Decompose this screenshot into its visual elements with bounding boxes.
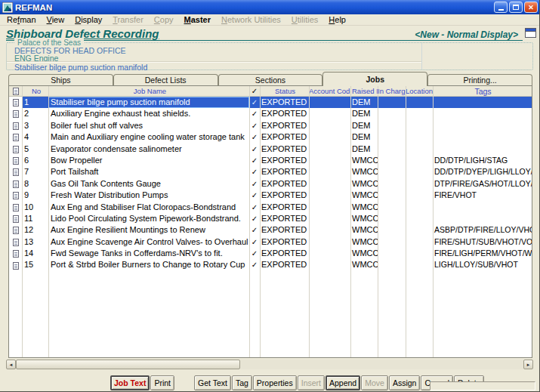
cell-raised-by: WMCC	[350, 224, 378, 236]
cell-account-code	[309, 236, 350, 248]
menu-item-view[interactable]: View	[42, 14, 70, 25]
col-header-tags[interactable]: Tags	[433, 86, 532, 96]
cell-no: 13	[22, 236, 48, 248]
table-row[interactable]: 1 Stabiliser bilge pump suction manifold…	[9, 97, 532, 108]
scroll-right-arrow-icon[interactable]: ►	[523, 360, 533, 369]
col-header-check[interactable]: ✓	[249, 86, 260, 96]
context-divider	[421, 43, 422, 69]
cell-job-name: Fwd Sewage Tanks in Cofferdams-NRV's to …	[48, 248, 249, 259]
doc-icon	[9, 202, 22, 213]
col-header-account-code[interactable]: Account Code	[309, 86, 350, 96]
tab-defect-lists[interactable]: Defect Lists	[113, 74, 218, 85]
doc-icon	[9, 236, 22, 248]
cell-location	[406, 190, 433, 201]
cell-raised-by: WMCC	[350, 202, 378, 213]
col-header-status[interactable]: Status	[260, 86, 309, 96]
col-header-in-charge[interactable]: In Charge	[378, 86, 406, 96]
column-separator	[406, 86, 406, 357]
table-row[interactable]: 8 Gas Oil Tank Contents Gauge ✓ EXPORTED…	[9, 178, 532, 190]
properties-button[interactable]: Properties	[253, 375, 297, 390]
cell-status: EXPORTED	[260, 248, 309, 259]
cell-job-name: Gas Oil Tank Contents Gauge	[48, 178, 249, 190]
append-button[interactable]: Append	[326, 375, 360, 390]
cell-in-charge	[378, 248, 406, 259]
print-button[interactable]: Print	[150, 375, 174, 390]
cell-status: EXPORTED	[260, 236, 309, 248]
table-row[interactable]: 12 Aux Engine Resilient Mountings to Ren…	[9, 224, 532, 236]
cell-in-charge	[378, 213, 406, 224]
tab-ships[interactable]: Ships	[8, 74, 113, 85]
jobs-table: No Job Name ✓ Status Account Code Raised…	[8, 85, 532, 358]
cell-no: 7	[22, 166, 48, 177]
cell-location	[406, 166, 433, 177]
cell-status: EXPORTED	[260, 224, 309, 236]
cell-tags: DD/DTP/LIGH/STAG	[433, 155, 532, 166]
check-icon: ✓	[249, 213, 260, 224]
cell-no: 1	[22, 97, 48, 108]
cell-job-name: Aux Engine Resilient Mountings to Renew	[48, 224, 249, 236]
cell-in-charge	[378, 131, 406, 143]
check-icon: ✓	[249, 97, 260, 108]
cell-tags	[433, 97, 532, 108]
cell-location	[406, 155, 433, 166]
cell-account-code	[309, 178, 350, 190]
tab-jobs[interactable]: Jobs	[322, 72, 427, 86]
cell-no: 14	[22, 248, 48, 259]
cell-job-name: Main and Auxiliary engine cooling water …	[48, 131, 249, 143]
table-row[interactable]: 15 Port & Strbd Boiler Burners to Change…	[9, 259, 532, 270]
doc-icon	[9, 224, 22, 236]
get-text-button[interactable]: Get Text	[194, 375, 231, 390]
menu-item-refman[interactable]: Refman	[2, 14, 42, 25]
tab-printing[interactable]: Printing...	[427, 74, 532, 85]
scroll-thumb[interactable]	[16, 360, 240, 369]
menu-item-display[interactable]: Display	[69, 14, 107, 25]
maximize-button[interactable]	[509, 2, 523, 13]
menu-item-master[interactable]: Master	[179, 14, 216, 25]
tag-button[interactable]: Tag	[232, 375, 252, 390]
table-row[interactable]: 2 Auxiliary Engine exhaust heat shields.…	[9, 108, 532, 119]
table-row[interactable]: 6 Bow Propeller ✓ EXPORTED WMCC DD/DTP/L…	[9, 155, 532, 166]
table-row[interactable]: 9 Fresh Water Distribution Pumps ✓ EXPOR…	[9, 190, 532, 201]
table-row[interactable]: 10 Aux Eng and Stabiliser Flat Cloropacs…	[9, 202, 532, 213]
doc-icon	[9, 213, 22, 224]
window-controls: ✕	[494, 2, 538, 13]
cell-no: 11	[22, 213, 48, 224]
cell-job-name: Fresh Water Distribution Pumps	[48, 190, 249, 201]
table-row[interactable]: 7 Port Tailshaft ✓ EXPORTED WMCC DD/DTP/…	[9, 166, 532, 177]
check-icon: ✓	[249, 178, 260, 190]
close-button[interactable]: ✕	[524, 2, 538, 13]
menu-item-help[interactable]: Help	[323, 14, 351, 25]
cell-location	[406, 236, 433, 248]
cell-status: EXPORTED	[260, 97, 309, 108]
table-row[interactable]: 13 Aux Engine Scavenge Air Control Valve…	[9, 236, 532, 248]
cell-job-name: Aux Engine Scavenge Air Control Valves- …	[48, 236, 249, 248]
tab-sections[interactable]: Sections	[218, 74, 323, 85]
doc-icon	[9, 131, 22, 143]
cell-raised-by: WMCC	[350, 190, 378, 201]
cell-account-code	[309, 131, 350, 143]
check-icon: ✓	[249, 108, 260, 119]
col-header-raised-by[interactable]: Raised By	[350, 86, 378, 96]
cell-in-charge	[378, 108, 406, 119]
cell-job-name: Port & Strbd Boiler Burners to Change to…	[48, 259, 249, 270]
table-row[interactable]: 14 Fwd Sewage Tanks in Cofferdams-NRV's …	[9, 248, 532, 259]
cell-no: 3	[22, 120, 48, 131]
col-header-no[interactable]: No	[22, 86, 48, 96]
table-row[interactable]: 11 Lido Pool Circulating System Pipework…	[9, 213, 532, 224]
col-header-job-name[interactable]: Job Name	[48, 86, 249, 96]
table-row[interactable]: 3 Boiler fuel shut off valves ✓ EXPORTED…	[9, 120, 532, 131]
assign-button[interactable]: Assign	[389, 375, 421, 390]
scroll-left-arrow-icon[interactable]: ◄	[6, 360, 16, 369]
cell-location	[406, 120, 433, 131]
window-mode-icon[interactable]	[525, 28, 536, 38]
cell-no: 8	[22, 178, 48, 190]
table-row[interactable]: 4 Main and Auxiliary engine cooling wate…	[9, 131, 532, 143]
table-row[interactable]: 5 Evaporator condensate salinometer ✓ EX…	[9, 144, 532, 155]
cell-tags: FIRE/VHOT	[433, 190, 532, 201]
job-text-button[interactable]: Job Text	[110, 375, 150, 390]
tabstrip: ShipsDefect ListsSectionsJobsPrinting...	[8, 72, 532, 86]
horizontal-scrollbar[interactable]: ◄ ►	[6, 360, 533, 369]
cell-raised-by: WMCC	[350, 213, 378, 224]
col-header-location[interactable]: Location	[406, 86, 433, 96]
minimize-button[interactable]	[494, 2, 508, 13]
